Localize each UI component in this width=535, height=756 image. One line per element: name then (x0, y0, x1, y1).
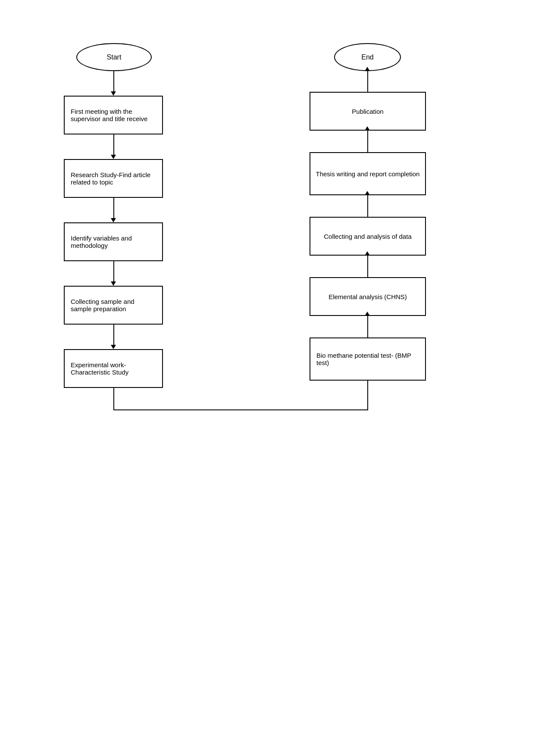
vline-bottom-right (367, 381, 368, 409)
box2: Research Study-Find article related to t… (64, 159, 163, 198)
box7: Elemental analysis (CHNS) (310, 277, 426, 316)
arrow-box7-box8 (367, 256, 368, 277)
box8: Collecting and analysis of data (310, 217, 426, 256)
arrow-box1-box2 (113, 134, 114, 156)
end-label: End (361, 53, 373, 61)
arrow-box8-box9 (367, 195, 368, 217)
arrowhead-box1-box2 (111, 155, 116, 159)
arrow-box6-box7 (367, 316, 368, 337)
arrowhead-box4-box5 (111, 345, 116, 349)
arrowhead-box3-box4 (111, 281, 116, 286)
arrow-box9-box10 (367, 131, 368, 152)
box3: Identify variables and methodology (64, 222, 163, 261)
vline-bottom-left (113, 388, 114, 409)
arrowhead-start-box1 (111, 91, 116, 96)
box10: Publication (310, 92, 426, 131)
box6: Bio methane potential test- (BMP test) (310, 337, 426, 381)
arrowhead-box10-end (365, 67, 370, 71)
flowchart: Start First meeting with the supervisor … (0, 0, 535, 756)
arrow-start-box1 (113, 71, 114, 93)
box1: First meeting with the supervisor and ti… (64, 96, 163, 134)
box5: Experimental work- Characteristic Study (64, 349, 163, 388)
box9: Thesis writing and report completion (310, 152, 426, 195)
arrow-box10-end (367, 71, 368, 92)
arrowhead-box2-box3 (111, 218, 116, 222)
start-label: Start (107, 53, 122, 61)
arrow-box3-box4 (113, 261, 114, 283)
arrowhead-box7-box8 (365, 251, 370, 256)
arrowhead-box6-box7 (365, 312, 370, 316)
arrowhead-box9-box10 (365, 126, 370, 131)
hline-bottom (113, 409, 368, 410)
arrowhead-box8-box9 (365, 191, 370, 195)
arrow-box4-box5 (113, 325, 114, 346)
start-oval: Start (76, 43, 152, 71)
box4: Collecting sample and sample preparation (64, 286, 163, 325)
arrow-box2-box3 (113, 198, 114, 219)
